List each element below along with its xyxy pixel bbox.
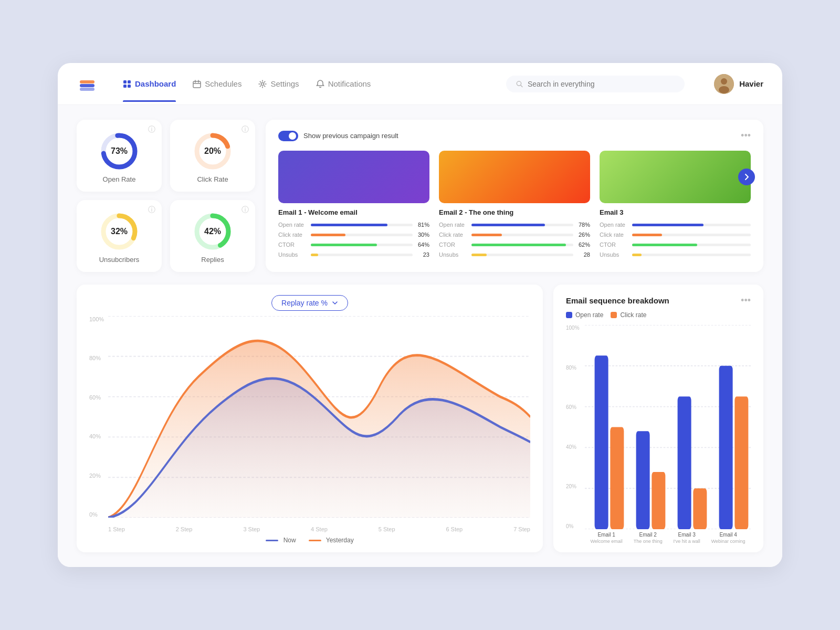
bar-chart-svg — [585, 325, 751, 529]
bar-legend-open: Open rate — [566, 311, 603, 319]
main-content: ⓘ 73% Open Rate ⓘ — [58, 105, 782, 567]
bar-legend-click-label: Click rate — [620, 311, 646, 319]
nav-dashboard[interactable]: Dashboard — [123, 77, 176, 90]
svg-rect-1 — [80, 80, 94, 83]
navbar: Dashboard Schedules Settings Notificat — [58, 63, 782, 105]
chart-header: Replay rate % — [89, 295, 530, 311]
info-icon-open-rate[interactable]: ⓘ — [148, 125, 155, 134]
email2-title: Email 2 - The one thing — [439, 208, 590, 216]
info-icon-replies[interactable]: ⓘ — [242, 205, 249, 215]
donut-unsub: 32% — [98, 211, 140, 253]
donut-click-rate: 20% — [192, 130, 234, 172]
bar-chart-panel: Email sequence breakdown ••• Open rate C… — [553, 285, 763, 552]
grid-icon — [123, 80, 131, 88]
nav-schedules[interactable]: Schedules — [193, 77, 242, 90]
stat-card-click-rate: ⓘ 20% Click Rate — [170, 120, 255, 192]
email-col-1: Email 1 - Welcome email Open rate 81% Cl… — [278, 151, 429, 261]
nav-dashboard-label: Dashboard — [135, 79, 176, 88]
bar-legend-click: Click rate — [611, 311, 646, 319]
email3-arrow-btn[interactable] — [738, 169, 755, 185]
unsub-value: 32% — [111, 227, 128, 236]
open-rate-label: Open Rate — [103, 175, 136, 183]
bar-x-email4: Email 4 Webinar coming — [711, 532, 746, 544]
open-rate-value: 73% — [111, 146, 128, 156]
email2-metric-unsubs: Unsubs 28 — [439, 251, 590, 258]
click-rate-label: Click Rate — [197, 175, 228, 183]
avatar — [714, 74, 734, 94]
email2-metric-open: Open rate 78% — [439, 222, 590, 228]
emails-row: Email 1 - Welcome email Open rate 81% Cl… — [278, 151, 751, 261]
svg-rect-42 — [693, 488, 707, 529]
email1-thumbnail[interactable] — [278, 151, 429, 203]
toggle-label: Show previous campaign result — [303, 132, 398, 140]
svg-point-15 — [721, 78, 727, 85]
nav-notifications-label: Notifications — [328, 79, 371, 88]
donut-open-rate: 73% — [98, 130, 140, 172]
svg-rect-39 — [636, 431, 650, 529]
line-chart-area: 0% 20% 40% 60% 80% 100% — [89, 316, 530, 532]
bar-x-email1: Email 1 Welcome email — [590, 532, 622, 544]
email3-metric-ctor: CTOR — [600, 242, 751, 248]
donut-replies: 42% — [192, 211, 234, 253]
svg-rect-41 — [678, 396, 691, 529]
campaign-toggle[interactable] — [278, 131, 298, 141]
svg-rect-0 — [80, 84, 94, 87]
campaign-panel: Show previous campaign result ••• Email … — [266, 120, 763, 272]
logo[interactable] — [77, 74, 98, 94]
email2-metric-ctor: CTOR 62% — [439, 242, 590, 248]
email3-metric-click: Click rate — [600, 232, 751, 238]
svg-rect-6 — [128, 85, 131, 88]
bar-x-labels: Email 1 Welcome email Email 2 The one th… — [585, 532, 751, 544]
nav-notifications[interactable]: Notifications — [316, 77, 371, 90]
email3-metric-open: Open rate — [600, 222, 751, 228]
email1-metric-ctor: CTOR 64% — [278, 242, 429, 248]
info-icon-unsub[interactable]: ⓘ — [148, 205, 155, 215]
email-col-3: Email 3 Open rate Click rate — [600, 151, 751, 261]
replies-label: Replies — [201, 256, 224, 264]
info-icon-click-rate[interactable]: ⓘ — [242, 125, 249, 134]
bar-chart-area: 0% 20% 40% 60% 80% 100% — [566, 325, 751, 544]
email2-metric-click: Click rate 26% — [439, 232, 590, 238]
bottom-row: Replay rate % 0% 20% 40% 60% 80% 100% — [77, 285, 763, 552]
email1-metric-open: Open rate 81% — [278, 222, 429, 228]
legend-now-dot — [266, 540, 278, 541]
email3-thumbnail[interactable] — [600, 151, 751, 203]
svg-rect-43 — [719, 366, 733, 529]
email1-metric-click: Click rate 30% — [278, 232, 429, 238]
chart-x-labels: 1 Step 2 Step 3 Step 4 Step 5 Step 6 Ste… — [108, 526, 530, 532]
line-chart-panel: Replay rate % 0% 20% 40% 60% 80% 100% — [77, 285, 543, 552]
email2-thumbnail[interactable] — [439, 151, 590, 203]
campaign-header: Show previous campaign result ••• — [278, 130, 751, 141]
chevron-down-icon — [332, 300, 338, 306]
search-input[interactable] — [528, 80, 675, 88]
stat-card-replies: ⓘ 42% Replies — [170, 200, 255, 272]
search-bar[interactable] — [506, 76, 685, 92]
replay-rate-dropdown[interactable]: Replay rate % — [271, 295, 348, 311]
stat-card-open-rate: ⓘ 73% Open Rate — [77, 120, 162, 192]
svg-rect-2 — [80, 88, 94, 91]
bar-chart-title: Email sequence breakdown — [566, 296, 669, 305]
replies-value: 42% — [204, 227, 221, 236]
bar-legend-open-label: Open rate — [575, 311, 603, 319]
gear-icon — [258, 80, 267, 88]
svg-rect-3 — [123, 80, 127, 83]
svg-rect-37 — [595, 355, 608, 529]
chart-legend: Now Yesterday — [89, 537, 530, 544]
top-row: ⓘ 73% Open Rate ⓘ — [77, 120, 763, 272]
email3-title: Email 3 — [600, 208, 751, 216]
svg-point-16 — [719, 86, 729, 93]
svg-rect-44 — [734, 396, 748, 529]
bar-y-labels: 0% 20% 40% 60% 80% 100% — [566, 325, 583, 529]
stat-cards: ⓘ 73% Open Rate ⓘ — [77, 120, 255, 272]
legend-yesterday-dot — [309, 540, 321, 541]
svg-rect-40 — [652, 472, 665, 529]
email1-metric-unsubs: Unsubs 23 — [278, 251, 429, 258]
calendar-icon — [193, 80, 201, 88]
nav-settings[interactable]: Settings — [258, 77, 299, 90]
bar-chart-menu[interactable]: ••• — [741, 295, 751, 306]
dropdown-label: Replay rate % — [281, 299, 328, 307]
nav-schedules-label: Schedules — [205, 79, 242, 88]
svg-line-13 — [521, 85, 522, 87]
email1-title: Email 1 - Welcome email — [278, 208, 429, 216]
campaign-menu[interactable]: ••• — [741, 130, 751, 141]
